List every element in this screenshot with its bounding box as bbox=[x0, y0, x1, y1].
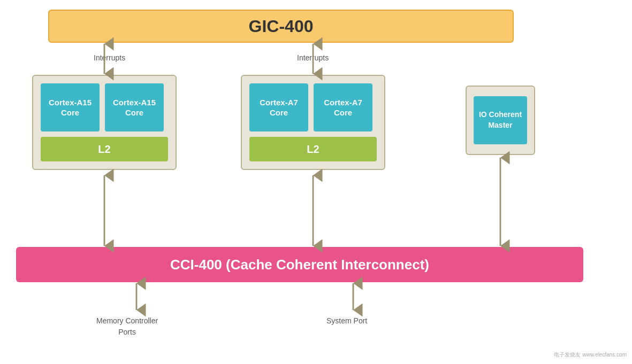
diagram-container: GIC-400 Interrupts Interrupts Cortex-A15… bbox=[0, 0, 632, 364]
cluster-a15: Cortex-A15Core Cortex-A15Core L2 bbox=[32, 75, 177, 170]
cluster-a15-l2: L2 bbox=[41, 137, 168, 161]
io-master-inner: IO CoherentMaster bbox=[474, 96, 527, 144]
cluster-a15-cores: Cortex-A15Core Cortex-A15Core bbox=[41, 83, 168, 131]
watermark: 电子发烧友 www.elecfans.com bbox=[554, 351, 627, 359]
cluster-a7: Cortex-A7Core Cortex-A7Core L2 bbox=[241, 75, 385, 170]
interrupt-label-right: Interrupts bbox=[297, 53, 329, 62]
io-master-box: IO CoherentMaster bbox=[466, 86, 535, 155]
cortex-a15-core2: Cortex-A15Core bbox=[105, 83, 164, 131]
interrupt-label-left: Interrupts bbox=[94, 53, 125, 62]
cortex-a15-core1: Cortex-A15Core bbox=[41, 83, 100, 131]
gic-label: GIC-400 bbox=[249, 17, 314, 36]
cortex-a7-core1: Cortex-A7Core bbox=[249, 83, 308, 131]
cortex-a7-core2: Cortex-A7Core bbox=[314, 83, 372, 131]
system-port-label: System Port bbox=[326, 315, 367, 327]
cci-bar: CCI-400 (Cache Coherent Interconnect) bbox=[16, 247, 583, 282]
gic-box: GIC-400 bbox=[48, 10, 514, 43]
io-master-label: IO CoherentMaster bbox=[479, 110, 522, 130]
cci-label: CCI-400 (Cache Coherent Interconnect) bbox=[170, 257, 429, 273]
cluster-a7-l2: L2 bbox=[249, 137, 377, 161]
cluster-a7-cores: Cortex-A7Core Cortex-A7Core bbox=[249, 83, 377, 131]
memory-controller-label: Memory ControllerPorts bbox=[96, 315, 158, 338]
